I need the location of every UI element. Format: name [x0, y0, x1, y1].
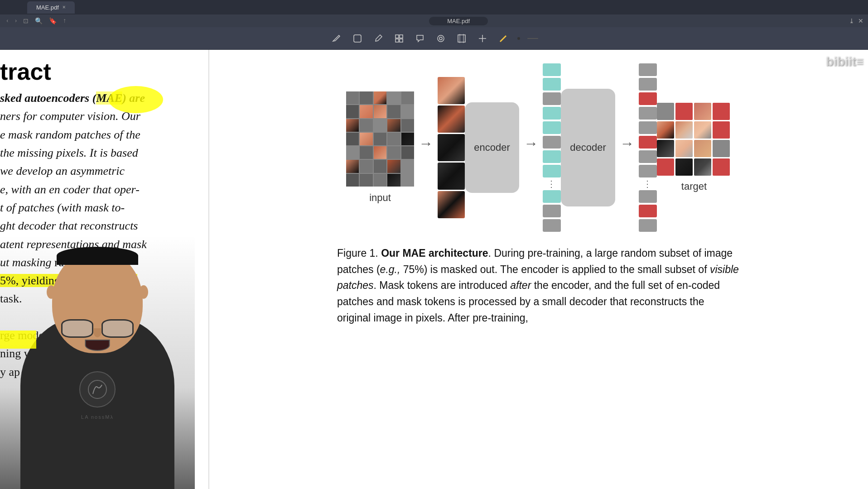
grid-cell	[387, 91, 400, 104]
grid-cell	[401, 119, 414, 132]
figure-caption: Figure 1. Our MAE architecture. During p…	[337, 245, 740, 326]
target-grid	[657, 103, 731, 177]
webcam-overlay: LA nossMλ	[0, 235, 195, 489]
dec-token-2	[639, 78, 657, 91]
pdf-right: bibiit≡	[209, 50, 868, 489]
abstract-title: tract	[0, 59, 208, 85]
person-head	[52, 249, 143, 353]
svg-point-5	[438, 35, 444, 42]
search-button[interactable]: 🔍	[33, 16, 44, 26]
webcam-person: LA nossMλ	[0, 235, 195, 489]
forward-button[interactable]: ›	[13, 16, 19, 25]
grid-cell	[346, 133, 359, 145]
dec-token-1	[639, 63, 657, 76]
visible-patches	[438, 77, 465, 218]
stamp-tool[interactable]	[392, 32, 406, 45]
token-11	[543, 219, 561, 232]
grid-cell	[401, 146, 414, 159]
active-tab[interactable]: MAE.pdf ×	[27, 1, 75, 14]
tg-12	[713, 140, 730, 157]
patch-5	[438, 191, 465, 218]
grid-cell	[387, 119, 400, 132]
tg-15	[694, 158, 711, 176]
caption-bold: Our MAE architecture	[378, 247, 488, 259]
bookmark-button[interactable]: 🔖	[47, 16, 58, 26]
encoder-token-col: ⋮	[543, 63, 561, 232]
back-button[interactable]: ‹	[5, 16, 10, 25]
browser-chrome: MAE.pdf × ‹ › ⊡ 🔍 🔖 ↑ MAE.pdf ⤓ ✕	[0, 0, 868, 27]
token-col-inner: ⋮	[543, 63, 561, 232]
grid-cell	[401, 133, 414, 145]
grid-cell	[387, 174, 400, 187]
grid-cell	[401, 105, 414, 118]
dec-token-4	[639, 107, 657, 120]
browser-actions: ⤓ ✕	[849, 17, 863, 25]
token-9	[543, 190, 561, 203]
token-7	[543, 150, 561, 163]
token-4	[543, 107, 561, 120]
browser-toolbar: ‹ › ⊡ 🔍 🔖 ↑ MAE.pdf ⤓ ✕	[0, 14, 868, 27]
form-tool[interactable]	[476, 32, 489, 45]
caption-italic3: after	[510, 279, 531, 291]
person-ear-left	[47, 285, 56, 299]
patch-4	[438, 163, 465, 190]
tg-14	[675, 158, 693, 176]
svg-rect-2	[400, 35, 403, 38]
grid-cell	[387, 146, 400, 159]
watermark: bibiit≡	[826, 54, 863, 69]
grid-cell	[374, 133, 386, 145]
grid-cell	[401, 160, 414, 173]
tg-16	[713, 158, 730, 176]
token-8	[543, 165, 561, 177]
svg-rect-7	[458, 35, 465, 42]
redact-tool[interactable]	[434, 32, 448, 45]
address-bar[interactable]: MAE.pdf	[68, 17, 849, 25]
hoodie-text: LA nossMλ	[81, 414, 114, 420]
grid-cell	[374, 160, 386, 173]
token-10	[543, 205, 561, 217]
yellow-oval-annotation	[109, 86, 163, 113]
pdf-toolbar	[0, 27, 868, 50]
token-1	[543, 63, 561, 76]
dec-token-6	[639, 136, 657, 149]
svg-rect-1	[395, 35, 399, 38]
crop-tool[interactable]	[455, 32, 468, 45]
marker-tool[interactable]	[497, 32, 510, 45]
svg-point-10	[88, 380, 106, 398]
grid-cell	[401, 174, 414, 187]
pdf-left: tract sked autoencoders (MAE) are ners f…	[0, 50, 208, 489]
dots-1: ⋮	[547, 179, 557, 188]
download-button[interactable]: ⤓	[849, 17, 854, 25]
tool-dot	[517, 37, 520, 40]
share-button[interactable]: ↑	[61, 16, 68, 25]
patch-3	[438, 134, 465, 161]
person-ear-right	[139, 285, 148, 299]
comment-tool[interactable]	[413, 32, 427, 45]
para2: ners for computer vision. Our e mask ran…	[0, 110, 140, 141]
target-label: target	[681, 181, 707, 192]
grid-cell	[374, 91, 386, 104]
grid-cell	[387, 105, 400, 118]
grid-cell	[374, 105, 386, 118]
nav-buttons: ‹ › ⊡ 🔍 🔖 ↑	[5, 16, 68, 26]
grid-cell	[360, 174, 372, 187]
pencil-tool[interactable]	[371, 32, 385, 45]
dec-token-9	[639, 190, 657, 203]
tab-bar: MAE.pdf ×	[0, 0, 868, 14]
yellow-highlight-bottom	[0, 331, 36, 349]
input-label: input	[369, 192, 391, 204]
highlight-tool[interactable]	[351, 32, 364, 45]
grid-cell	[346, 160, 359, 173]
tab-close-btn[interactable]: ×	[63, 4, 66, 10]
dec-token-7	[639, 150, 657, 163]
grid-cell	[374, 146, 386, 159]
pen-tool[interactable]	[330, 32, 343, 45]
caption-text2: 75%) is masked out. The encoder is appli…	[400, 264, 710, 275]
close-window-button[interactable]: ✕	[858, 17, 863, 25]
reader-button[interactable]: ⊡	[21, 16, 30, 26]
grid-cell	[387, 133, 400, 145]
tg-1	[657, 103, 674, 120]
diagram-area: input → encoder →	[227, 59, 850, 232]
dec-token-8	[639, 165, 657, 177]
person-glasses	[61, 319, 134, 327]
